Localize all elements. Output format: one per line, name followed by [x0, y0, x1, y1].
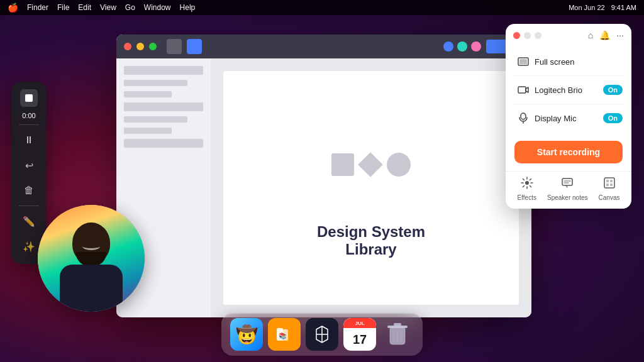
- speaker-notes-icon: [561, 177, 574, 192]
- camera-feed: [38, 205, 145, 312]
- slide-thumb-5[interactable]: [124, 116, 187, 123]
- svg-rect-2: [518, 87, 526, 93]
- mic-row: Display Mic On: [514, 104, 623, 132]
- menubar-window[interactable]: Window: [144, 3, 171, 12]
- menubar-help[interactable]: Help: [180, 3, 196, 12]
- home-icon[interactable]: ⌂: [588, 30, 593, 40]
- slide-icon-circle: [387, 153, 411, 177]
- trash-svg: [385, 321, 410, 348]
- person-body: [60, 265, 123, 312]
- menubar-file[interactable]: File: [57, 3, 69, 12]
- calendar-day: 17: [353, 332, 367, 347]
- slide-view-icon[interactable]: [187, 39, 202, 54]
- svg-rect-19: [394, 323, 401, 326]
- menubar-left: 🍎 Finder File Edit View Go Window Help: [8, 3, 195, 13]
- bell-icon[interactable]: 🔔: [599, 30, 610, 40]
- nav-menu-icon[interactable]: [167, 39, 182, 54]
- person-smile: [82, 243, 100, 250]
- camera-bubble[interactable]: [38, 205, 145, 312]
- camera-toggle[interactable]: On: [603, 85, 623, 95]
- speaker-notes-label: Speaker notes: [547, 194, 588, 201]
- canvas-icon: [603, 177, 616, 192]
- menubar-edit[interactable]: Edit: [78, 3, 91, 12]
- panel-actions: ⌂ 🔔 ···: [588, 30, 624, 40]
- slide-icons: [331, 153, 411, 177]
- slide-thumb-6[interactable]: [124, 128, 172, 134]
- svg-rect-9: [604, 178, 614, 188]
- slide-thumb-2[interactable]: [124, 80, 187, 86]
- effects-label: Effects: [518, 194, 536, 201]
- slide-icon-square: [331, 153, 354, 176]
- stop-icon: [25, 94, 33, 102]
- stop-button[interactable]: [20, 89, 38, 107]
- svg-rect-12: [606, 184, 609, 186]
- dot-blue: [443, 41, 453, 52]
- slide-thumb-7[interactable]: [124, 139, 203, 148]
- canvas-action[interactable]: Canvas: [599, 177, 620, 201]
- dock-calendar[interactable]: JUL 17: [343, 318, 376, 351]
- panel-minimize-button[interactable]: [524, 32, 531, 39]
- camera-label: Logitech Brio: [535, 85, 603, 95]
- pause-button[interactable]: ⏸: [19, 130, 39, 150]
- presentation-titlebar: [116, 35, 531, 58]
- svg-rect-10: [606, 180, 609, 182]
- more-icon[interactable]: ···: [616, 30, 624, 40]
- person-beard: [76, 252, 106, 266]
- svg-rect-3: [521, 113, 526, 119]
- finder-icon: 🤠: [236, 324, 258, 345]
- calendar-header: JUL: [343, 318, 376, 328]
- sidebar-divider: [19, 124, 39, 125]
- camera-row: Logitech Brio On: [514, 76, 623, 104]
- panel-options: Full screen Logitech Brio On Di: [506, 44, 631, 136]
- camera-icon: [514, 81, 532, 99]
- slide-title: Design SystemLibrary: [317, 223, 425, 258]
- dock-perplexity[interactable]: [306, 318, 338, 351]
- panel-fullscreen-button[interactable]: [535, 32, 541, 39]
- svg-rect-1: [519, 59, 527, 64]
- menubar-view[interactable]: View: [100, 3, 116, 12]
- mic-label: Display Mic: [535, 114, 603, 123]
- mic-toggle[interactable]: On: [603, 113, 623, 123]
- dot-teal: [457, 41, 467, 52]
- menubar-right: Mon Jun 22 9:41 AM: [569, 4, 636, 11]
- presentation-window: Design SystemLibrary: [116, 35, 531, 317]
- draw-button[interactable]: ✏️: [19, 211, 39, 231]
- slide-thumb-4[interactable]: [124, 102, 203, 111]
- menubar: 🍎 Finder File Edit View Go Window Help M…: [0, 0, 644, 15]
- start-recording-button[interactable]: Start recording: [514, 141, 623, 163]
- perplexity-svg: [313, 325, 331, 344]
- presentation-content: Design SystemLibrary: [116, 58, 531, 317]
- speaker-notes-action[interactable]: Speaker notes: [547, 177, 588, 201]
- panel-titlebar: ⌂ 🔔 ···: [506, 24, 631, 44]
- dock: 🤠 📚 JUL 17: [221, 313, 423, 356]
- current-slide: Design SystemLibrary: [223, 71, 519, 305]
- fullscreen-icon: [514, 53, 532, 70]
- recording-panel: ⌂ 🔔 ··· Full screen Logitech: [506, 24, 631, 209]
- window-fullscreen-button[interactable]: [149, 43, 157, 50]
- effects-button[interactable]: ✨: [19, 236, 39, 256]
- effects-icon: [521, 177, 533, 192]
- delete-button[interactable]: 🗑: [19, 180, 39, 200]
- dot-pink: [471, 41, 481, 52]
- canvas-label: Canvas: [599, 194, 620, 201]
- apple-menu[interactable]: 🍎: [8, 3, 18, 13]
- undo-button[interactable]: ↩: [19, 155, 39, 175]
- dock-finder[interactable]: 🤠: [230, 318, 263, 351]
- svg-rect-6: [562, 178, 572, 185]
- svg-rect-11: [610, 180, 613, 182]
- slide-icon-diamond: [358, 152, 383, 177]
- menubar-app-name[interactable]: Finder: [27, 3, 48, 12]
- dock-trash[interactable]: [381, 318, 414, 351]
- recording-timer: 0:00: [22, 112, 35, 119]
- effects-action[interactable]: Effects: [518, 177, 536, 201]
- panel-close-button[interactable]: [513, 32, 520, 39]
- window-minimize-button[interactable]: [136, 43, 144, 50]
- dock-books[interactable]: 📚: [268, 318, 301, 351]
- fullscreen-label: Full screen: [535, 57, 623, 67]
- window-close-button[interactable]: [124, 43, 131, 50]
- calendar-month: JUL: [355, 321, 364, 326]
- slide-thumb-1[interactable]: [124, 66, 203, 75]
- slide-thumb-3[interactable]: [124, 91, 172, 97]
- menubar-go[interactable]: Go: [125, 3, 135, 12]
- svg-rect-13: [610, 184, 613, 186]
